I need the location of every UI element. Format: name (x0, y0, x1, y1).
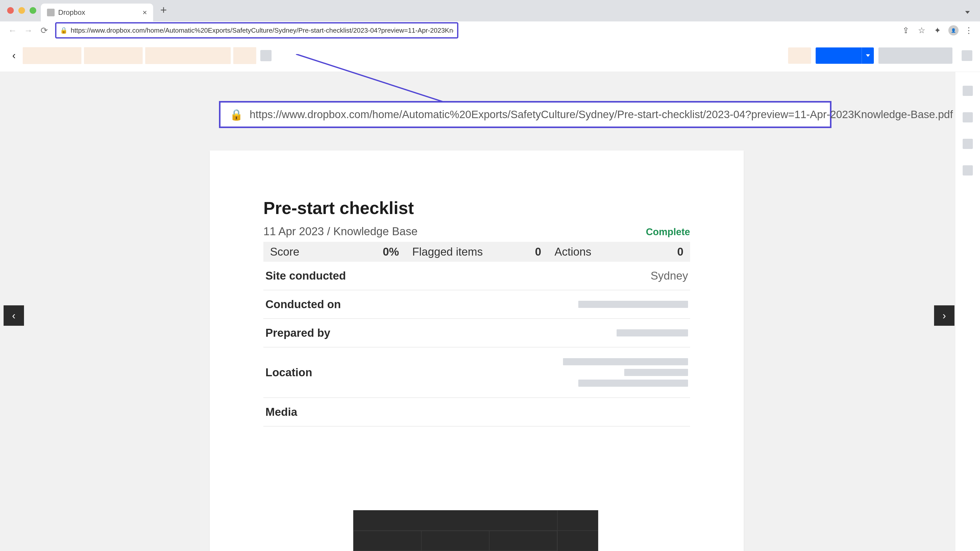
window-controls (6, 7, 41, 21)
right-sidebar (955, 72, 980, 551)
forward-button[interactable]: → (24, 25, 33, 35)
sidebar-icon[interactable] (963, 86, 973, 96)
document-subtitle: 11 Apr 2023 / Knowledge Base (263, 225, 417, 238)
toolbar-section[interactable] (353, 510, 557, 530)
address-bar: ← → ⟳ 🔒 https://www.dropbox.com/home/Aut… (0, 21, 980, 39)
chevron-down-icon (866, 54, 870, 57)
maximize-window-icon[interactable] (30, 7, 36, 14)
minimize-window-icon[interactable] (18, 7, 25, 14)
header-button-placeholder[interactable] (878, 48, 953, 64)
close-window-icon[interactable] (7, 7, 14, 14)
sidebar-icon[interactable] (963, 165, 973, 176)
extensions-icon[interactable]: ✦ (932, 25, 942, 35)
back-button[interactable]: ← (8, 25, 18, 35)
close-tab-icon[interactable]: × (142, 8, 147, 17)
redacted-value (563, 358, 688, 387)
url-zoom-callout: 🔒 https://www.dropbox.com/home/Automatic… (219, 101, 832, 128)
tab-bar: Dropbox × + (0, 0, 980, 21)
tab-overflow-icon[interactable] (965, 11, 980, 21)
stat-value: 0% (383, 245, 399, 258)
stat-actions: Actions 0 (548, 245, 690, 258)
field-label: Prepared by (266, 327, 330, 339)
primary-action-main[interactable] (816, 48, 862, 64)
preview-toolbar[interactable] (353, 510, 598, 551)
stat-score: Score 0% (263, 245, 406, 258)
breadcrumb-placeholder[interactable] (233, 47, 256, 64)
browser-tab[interactable]: Dropbox × (41, 3, 153, 21)
dropbox-favicon-icon (47, 9, 55, 16)
toolbar-button[interactable] (489, 531, 557, 551)
lock-icon: 🔒 (230, 108, 243, 121)
breadcrumb-placeholder[interactable] (145, 47, 231, 64)
field-value: Sydney (651, 269, 688, 282)
reload-button[interactable]: ⟳ (39, 25, 49, 35)
breadcrumb-placeholder[interactable] (84, 47, 143, 64)
breadcrumb-placeholder[interactable] (23, 47, 81, 64)
stat-value: 0 (677, 245, 683, 258)
stat-value: 0 (535, 245, 541, 258)
browser-chrome: Dropbox × + ← → ⟳ 🔒 https://www.dropbox.… (0, 0, 980, 39)
document-preview-page: Pre-start checklist 11 Apr 2023 / Knowle… (210, 151, 744, 551)
stats-row: Score 0% Flagged items 0 Actions 0 (263, 242, 690, 262)
toolbar-section (353, 530, 557, 551)
bookmark-icon[interactable]: ☆ (917, 25, 926, 35)
preview-stage: 🔒 https://www.dropbox.com/home/Automatic… (0, 72, 980, 551)
stat-flagged: Flagged items 0 (406, 245, 548, 258)
toolbar-button[interactable] (353, 531, 422, 551)
next-page-button[interactable]: › (934, 305, 955, 326)
lock-icon: 🔒 (60, 27, 68, 34)
status-badge: Complete (646, 227, 690, 238)
header-button-placeholder[interactable] (788, 48, 811, 64)
header-actions (788, 48, 972, 64)
document-title: Pre-start checklist (263, 198, 690, 218)
field-site-conducted: Site conducted Sydney (263, 262, 690, 290)
preview-back-button[interactable]: ‹ (8, 50, 20, 61)
field-conducted-on: Conducted on (263, 290, 690, 319)
new-tab-button[interactable]: + (153, 3, 174, 21)
zoomed-url-text: https://www.dropbox.com/home/Automatic%2… (250, 108, 953, 121)
toolbar-section[interactable] (557, 510, 598, 530)
field-media: Media (263, 398, 690, 427)
sidebar-icon[interactable] (963, 139, 973, 149)
document-subtitle-row: 11 Apr 2023 / Knowledge Base Complete (263, 225, 690, 238)
field-label: Media (266, 406, 298, 418)
url-container: 🔒 https://www.dropbox.com/home/Automatic… (55, 22, 895, 38)
dropbox-preview-header: ‹ (0, 39, 980, 72)
share-icon[interactable]: ⇪ (901, 25, 911, 35)
stat-label: Actions (555, 245, 591, 258)
breadcrumb-overflow-icon[interactable] (260, 50, 272, 61)
previous-page-button[interactable]: ‹ (3, 305, 24, 326)
primary-action-dropdown[interactable] (862, 48, 874, 64)
url-text[interactable]: https://www.dropbox.com/home/Automatic%2… (71, 27, 453, 35)
field-label: Site conducted (266, 269, 346, 282)
field-location: Location (263, 348, 690, 398)
redacted-value (617, 329, 688, 337)
redacted-value (578, 301, 688, 308)
field-label: Location (266, 366, 312, 379)
header-icon-placeholder[interactable] (962, 50, 972, 61)
toolbar-button[interactable] (422, 531, 489, 551)
sidebar-icon[interactable] (963, 112, 973, 122)
primary-action-button[interactable] (816, 48, 874, 64)
address-bar-actions: ⇪ ☆ ✦ 👤 ⋮ (901, 25, 972, 35)
toolbar-section[interactable] (557, 530, 598, 551)
profile-avatar-icon[interactable]: 👤 (948, 25, 959, 35)
tab-title: Dropbox (58, 8, 139, 17)
url-highlight-annotation: 🔒 https://www.dropbox.com/home/Automatic… (55, 22, 458, 38)
stat-label: Score (270, 245, 299, 258)
field-prepared-by: Prepared by (263, 319, 690, 348)
stat-label: Flagged items (412, 245, 483, 258)
menu-icon[interactable]: ⋮ (965, 25, 972, 35)
field-label: Conducted on (266, 298, 341, 311)
